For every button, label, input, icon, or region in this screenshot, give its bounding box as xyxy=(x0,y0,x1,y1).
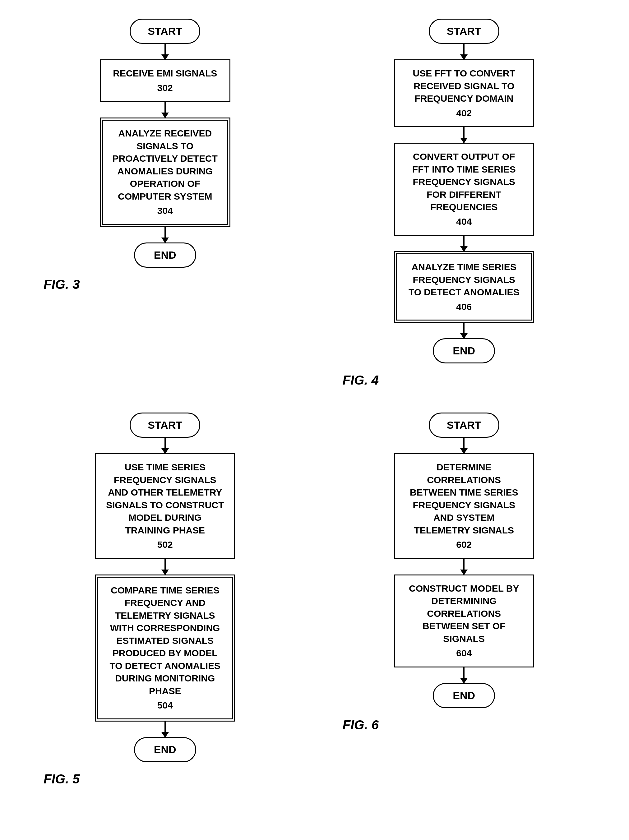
fig6-end: END xyxy=(433,683,495,708)
fig4-arrow-3 xyxy=(463,236,465,251)
diagram-fig5: START USE TIME SERIES FREQUENCY SIGNALS … xyxy=(25,412,305,786)
fig4-step-402: USE FFT TO CONVERT RECEIVED SIGNAL TO FR… xyxy=(394,59,534,127)
fig6-arrow-3 xyxy=(463,668,465,683)
fig3-step-304: ANALYZE RECEIVED SIGNALS TO PROACTIVELY … xyxy=(100,117,231,227)
fig5-label: FIG. 5 xyxy=(44,772,80,786)
fig5-start: START xyxy=(130,412,200,438)
fig5-arrow-2 xyxy=(164,559,166,575)
diagram-fig4: START USE FFT TO CONVERT RECEIVED SIGNAL… xyxy=(324,19,604,388)
fig5-arrow-1 xyxy=(164,438,166,453)
fig4-arrow-2 xyxy=(463,127,465,143)
fig6-label: FIG. 6 xyxy=(343,717,379,733)
fig6-step-604: CONSTRUCT MODEL BY DETERMINING CORRELATI… xyxy=(394,575,534,668)
fig3-arrow-3 xyxy=(164,227,166,243)
fig3-arrow-2 xyxy=(164,102,166,117)
fig4-step-404: CONVERT OUTPUT OF FFT INTO TIME SERIES F… xyxy=(394,143,534,236)
fig5-arrow-3 xyxy=(164,722,166,737)
fig4-start: START xyxy=(429,19,499,44)
fig5-end: END xyxy=(134,737,196,762)
fig3-arrow-1 xyxy=(164,44,166,59)
fig3-step-302: RECEIVE EMI SIGNALS 302 xyxy=(100,59,231,102)
fig6-step-602: DETERMINE CORRELATIONS BETWEEN TIME SERI… xyxy=(394,453,534,559)
fig5-step-504: COMPARE TIME SERIES FREQUENCY AND TELEME… xyxy=(95,575,235,722)
page: START RECEIVE EMI SIGNALS 302 ANALYZE RE… xyxy=(25,19,604,786)
fig4-arrow-4 xyxy=(463,323,465,338)
diagram-fig3: START RECEIVE EMI SIGNALS 302 ANALYZE RE… xyxy=(25,19,305,388)
fig4-arrow-1 xyxy=(463,44,465,59)
fig3-end: END xyxy=(134,243,196,268)
fig4-step-406: ANALYZE TIME SERIES FREQUENCY SIGNALS TO… xyxy=(394,251,534,323)
diagram-fig6: START DETERMINE CORRELATIONS BETWEEN TIM… xyxy=(324,412,604,786)
fig6-arrow-2 xyxy=(463,559,465,575)
fig6-start: START xyxy=(429,412,499,438)
fig3-label: FIG. 3 xyxy=(44,277,80,292)
fig4-label: FIG. 4 xyxy=(343,373,379,388)
fig6-arrow-1 xyxy=(463,438,465,453)
fig4-end: END xyxy=(433,338,495,363)
fig5-step-502: USE TIME SERIES FREQUENCY SIGNALS AND OT… xyxy=(95,453,235,559)
fig3-start: START xyxy=(130,19,200,44)
